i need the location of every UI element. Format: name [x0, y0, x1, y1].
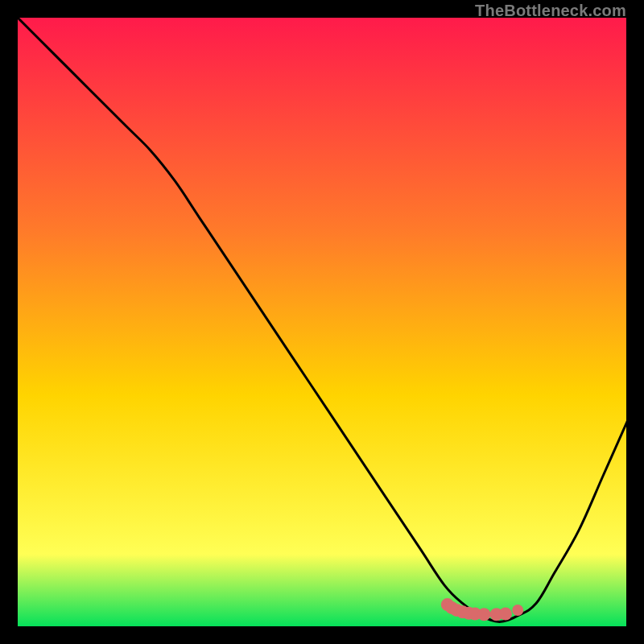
chart-frame: [16, 16, 628, 628]
bottleneck-chart: [16, 16, 628, 628]
curve-marker-dot: [499, 608, 512, 621]
watermark-text: TheBottleneck.com: [475, 2, 626, 20]
curve-marker-dot: [512, 605, 523, 616]
curve-marker-dot: [477, 608, 490, 621]
